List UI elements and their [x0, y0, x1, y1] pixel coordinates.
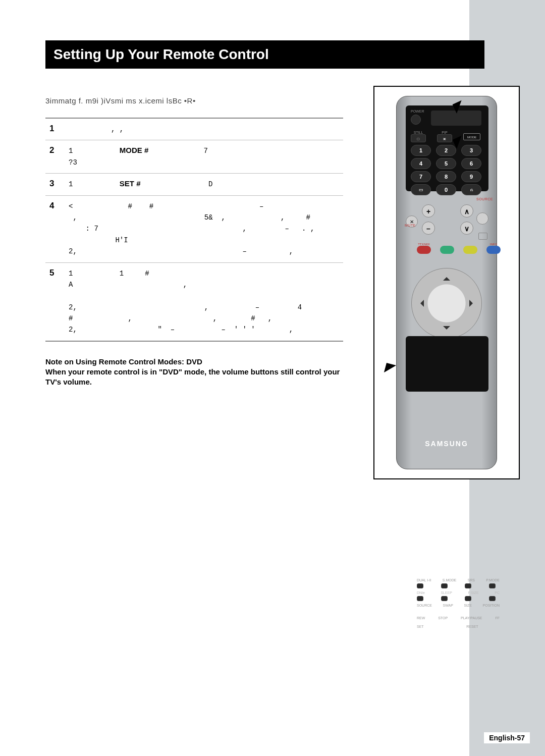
step-keyword: MODE # [120, 146, 149, 154]
blue-button[interactable] [486, 246, 501, 254]
remote-top-panel: POWER STILL ▢ PIP ▣ MODE 1 2 3 4 5 [406, 105, 488, 191]
num-0[interactable]: 0 [436, 184, 456, 195]
page-title: Setting Up Your Remote Control [46, 41, 483, 68]
step-row: 3 1 SET # D [45, 174, 343, 195]
remote-body: POWER STILL ▢ PIP ▣ MODE 1 2 3 4 5 [396, 96, 497, 469]
channel-up-button[interactable]: ∧ [460, 204, 473, 218]
mode-button[interactable]: MODE [463, 133, 480, 140]
step-row: 1 , , [45, 118, 343, 140]
volume-up-button[interactable]: + [422, 204, 435, 218]
note-line: Note on Using Remote Control Modes: DVD [45, 357, 348, 367]
row-labels: REW STOP PLAY/PAUSE FF [417, 616, 500, 620]
color-buttons-row: TTX/MIX INFO [417, 243, 501, 254]
num-5[interactable]: 5 [436, 158, 456, 169]
dual-button[interactable] [417, 583, 423, 588]
num-7[interactable]: 7 [411, 171, 431, 182]
dnie-button[interactable] [417, 596, 423, 601]
dpad-right-icon [469, 300, 476, 307]
num-8[interactable]: 8 [436, 171, 456, 182]
pc-button[interactable] [489, 596, 496, 601]
step-body: 1 1 # A , 2, , – 4 # , , # , 2, " – – ' … [69, 269, 302, 334]
number-pad: 1 2 3 4 5 6 7 8 9 ▭ 0 ⎌ [411, 145, 481, 195]
red-button[interactable] [417, 246, 431, 254]
num-dash[interactable]: ▭ [411, 184, 431, 195]
num-3[interactable]: 3 [461, 145, 481, 156]
row-labels: DNIe SLEEP P.SIZE PC [417, 591, 500, 595]
step-row: 5 1 1 # A , 2, , – 4 # , , # , 2, " – – [45, 262, 343, 341]
step-row: 2 1 MODE # 7?3 [45, 140, 343, 174]
num-9[interactable]: 9 [461, 171, 481, 182]
pmode-button[interactable] [489, 583, 496, 588]
psize-button[interactable] [465, 596, 471, 601]
note-block: Note on Using Remote Control Modes: DVD … [45, 357, 348, 388]
step-number: 3 [45, 174, 65, 195]
dpad-up-icon [443, 274, 450, 281]
brand-logo: SAMSUNG [397, 440, 497, 448]
num-4[interactable]: 4 [411, 158, 431, 169]
volume-down-button[interactable]: – [422, 222, 435, 235]
step-number: 1 [45, 118, 65, 140]
step-number: 5 [45, 262, 65, 341]
step-number: 4 [45, 195, 65, 262]
note-line: When your remote control is in "DVD" mod… [45, 367, 348, 388]
still-label: STILL [411, 131, 426, 134]
still-button[interactable]: ▢ [411, 134, 426, 142]
step-row: 4 < # # – , 5& , , # : 7 , – . , H'I 2, [45, 195, 343, 262]
step-body: , , [69, 125, 124, 133]
button-row [417, 583, 496, 588]
title-box: Setting Up Your Remote Control [45, 40, 484, 69]
dpad-down-icon [443, 326, 450, 333]
row-labels: SET RESET [417, 625, 500, 628]
source-label: SOURCE [476, 197, 493, 201]
green-button[interactable] [440, 246, 454, 254]
dpad-left-icon [417, 300, 424, 307]
button-row [417, 596, 496, 601]
row-labels: DUAL I-II S.MODE SRS P.MODE [417, 578, 500, 582]
source-button[interactable] [476, 212, 488, 225]
mute-label: MUTE [405, 224, 416, 227]
channel-down-button[interactable]: ∨ [460, 222, 473, 235]
num-prech[interactable]: ⎌ [461, 184, 481, 195]
ttx-label: TTX/MIX [417, 243, 431, 246]
remote-mid-row: ✕ + – ∧ ∨ [406, 201, 488, 232]
remote-bottom-panel: DUAL I-II S.MODE SRS P.MODE DNIe SLEEP P… [406, 336, 488, 392]
step-keyword: SET # [120, 179, 141, 188]
yellow-button[interactable] [463, 246, 477, 254]
power-label: POWER [411, 110, 424, 113]
info-label: INFO [486, 243, 501, 246]
power-button[interactable] [411, 115, 421, 125]
srs-button[interactable] [465, 583, 471, 588]
page-footer: English-57 [484, 732, 530, 743]
sleep-button[interactable] [441, 596, 448, 601]
dpad[interactable] [411, 268, 482, 339]
smode-button[interactable] [441, 583, 448, 588]
step-body: < # # – , 5& , , # : 7 , – . , H'I 2, [69, 202, 314, 256]
num-1[interactable]: 1 [411, 145, 431, 156]
row-labels: SOURCE SWAP SIZE POSITION [417, 604, 500, 607]
tv-button[interactable] [478, 233, 487, 240]
num-6[interactable]: 6 [461, 158, 481, 169]
steps-table: 1 , , 2 1 MODE # 7?3 3 1 SET # D 4 < [45, 118, 343, 342]
step-number: 2 [45, 140, 65, 174]
